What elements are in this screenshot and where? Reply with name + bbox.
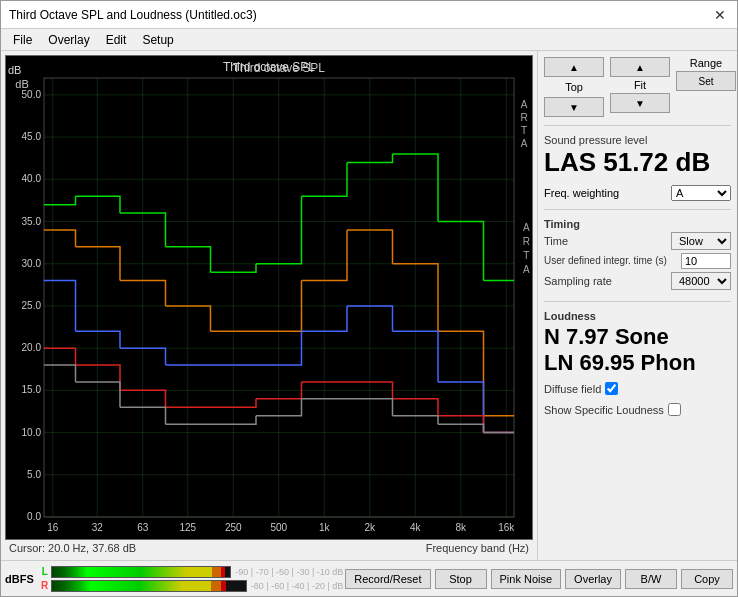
show-specific-checkbox[interactable]	[668, 403, 681, 416]
menu-overlay[interactable]: Overlay	[40, 31, 97, 48]
freq-label: Frequency band (Hz)	[426, 542, 529, 554]
loudness-n: N 7.97 Sone	[544, 324, 731, 350]
menu-bar: File Overlay Edit Setup	[1, 29, 737, 51]
cursor-text: Cursor: 20.0 Hz, 37.68 dB	[9, 542, 136, 554]
pink-noise-button[interactable]: Pink Noise	[491, 569, 562, 589]
diffuse-checkbox[interactable]	[605, 382, 618, 395]
divider-1	[544, 125, 731, 126]
top-label: Top	[565, 81, 583, 93]
sampling-label: Sampling rate	[544, 275, 671, 287]
main-window: Third Octave SPL and Loudness (Untitled.…	[0, 0, 738, 597]
integr-label: User defined integr. time (s)	[544, 255, 681, 266]
chart-area: Third octave SPL dB ARTA Cursor: 20.0 Hz…	[1, 51, 537, 560]
integr-input[interactable]	[681, 253, 731, 269]
fit-up-button[interactable]: ▲	[610, 57, 670, 77]
show-specific-row: Show Specific Loudness	[544, 403, 731, 416]
top-range-controls: ▲ Top ▼ ▲ Fit ▼ Range Set	[544, 57, 731, 117]
loudness-title: Loudness	[544, 310, 731, 322]
record-reset-button[interactable]: Record/Reset	[345, 569, 430, 589]
bw-button[interactable]: B/W	[625, 569, 677, 589]
set-button[interactable]: Set	[676, 71, 736, 91]
spl-section: Sound pressure level LAS 51.72 dB	[544, 134, 731, 177]
top-up-button[interactable]: ▲	[544, 57, 604, 77]
diffuse-field-row: Diffuse field	[544, 382, 731, 395]
sampling-select[interactable]: 44100 48000 96000	[671, 272, 731, 290]
main-content: Third octave SPL dB ARTA Cursor: 20.0 Hz…	[1, 51, 737, 560]
spectrum-chart	[6, 56, 532, 539]
window-title: Third Octave SPL and Loudness (Untitled.…	[9, 8, 257, 22]
dbfs-l-label: L	[40, 566, 50, 577]
fit-label: Fit	[634, 79, 646, 91]
diffuse-label: Diffuse field	[544, 383, 601, 395]
dbfs-bar: dBFS L -90 | -70 | -50 | -30 | -10 dB R	[1, 560, 737, 596]
close-button[interactable]: ✕	[711, 6, 729, 24]
dbfs-label: dBFS	[5, 573, 34, 585]
title-bar: Third Octave SPL and Loudness (Untitled.…	[1, 1, 737, 29]
show-specific-label: Show Specific Loudness	[544, 404, 664, 416]
right-panel: ▲ Top ▼ ▲ Fit ▼ Range Set Sound pressure…	[537, 51, 737, 560]
divider-2	[544, 209, 731, 210]
top-spin-group: ▲ Top ▼	[544, 57, 604, 117]
arta-label: ARTA	[523, 221, 530, 277]
integr-row: User defined integr. time (s)	[544, 253, 731, 269]
dbfs-l-row: L -90 | -70 | -50 | -30 | -10 dB	[40, 566, 344, 578]
timing-title: Timing	[544, 218, 731, 230]
time-row: Time Slow Fast Impulse	[544, 232, 731, 250]
sampling-row: Sampling rate 44100 48000 96000	[544, 272, 731, 290]
dbfs-l-ticks: -90 | -70 | -50 | -30 | -10 dB	[235, 567, 343, 577]
top-down-button[interactable]: ▼	[544, 97, 604, 117]
freq-weighting-row: Freq. weighting A B C Z	[544, 185, 731, 201]
time-select[interactable]: Slow Fast Impulse	[671, 232, 731, 250]
menu-edit[interactable]: Edit	[98, 31, 135, 48]
chart-bottom-info: Cursor: 20.0 Hz, 37.68 dB Frequency band…	[5, 540, 533, 556]
menu-setup[interactable]: Setup	[134, 31, 181, 48]
fw-label: Freq. weighting	[544, 187, 619, 199]
fw-select[interactable]: A B C Z	[671, 185, 731, 201]
dbfs-r-ticks: -80 | -60 | -40 | -20 | dB	[251, 581, 343, 591]
dbfs-r-label: R	[40, 580, 50, 591]
fit-group: ▲ Fit ▼	[610, 57, 670, 113]
loudness-ln: LN 69.95 Phon	[544, 350, 731, 376]
spl-label: Sound pressure level	[544, 134, 731, 146]
stop-button[interactable]: Stop	[435, 569, 487, 589]
dbfs-meters: L -90 | -70 | -50 | -30 | -10 dB R	[40, 566, 344, 592]
menu-file[interactable]: File	[5, 31, 40, 48]
fit-down-button[interactable]: ▼	[610, 93, 670, 113]
timing-section: Timing Time Slow Fast Impulse User defin…	[544, 218, 731, 293]
chart-title: Third octave SPL	[6, 60, 532, 74]
divider-3	[544, 301, 731, 302]
chart-container: Third octave SPL dB ARTA	[5, 55, 533, 540]
dbfs-r-row: R -80 | -60 | -40 | -20 | dB	[40, 580, 344, 592]
action-buttons: Record/Reset Stop Pink Noise Overlay B/W…	[345, 569, 733, 589]
dbfs-l-track	[51, 566, 232, 578]
time-label: Time	[544, 235, 671, 247]
range-label: Range	[690, 57, 722, 69]
overlay-button[interactable]: Overlay	[565, 569, 621, 589]
dbfs-r-track	[51, 580, 247, 592]
copy-button[interactable]: Copy	[681, 569, 733, 589]
spl-value: LAS 51.72 dB	[544, 148, 731, 177]
loudness-section: Loudness N 7.97 Sone LN 69.95 Phon	[544, 310, 731, 377]
yaxis-label: dB	[8, 64, 21, 76]
range-group: Range Set	[676, 57, 736, 91]
